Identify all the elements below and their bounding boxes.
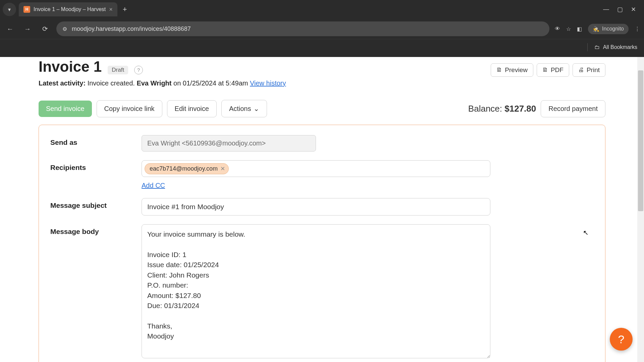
address-bar: ← → ⟳ ⚙ moodjoy.harvestapp.com/invoices/…	[0, 19, 644, 39]
incognito-badge[interactable]: 🕵 Incognito	[588, 24, 629, 34]
minimize-icon[interactable]: —	[603, 6, 609, 13]
activity-line: Latest activity: Invoice created. Eva Wr…	[39, 79, 605, 87]
activity-timestamp: on 01/25/2024 at 5:49am	[173, 79, 248, 87]
add-cc-link[interactable]: Add CC	[142, 182, 165, 189]
incognito-label: Incognito	[602, 26, 624, 32]
balance-amount: $127.80	[504, 104, 536, 114]
pdf-icon: 🗎	[542, 67, 548, 73]
reload-button[interactable]: ⟳	[39, 23, 51, 35]
recipients-input[interactable]: eac7b714@moodjoy.com ✕	[142, 160, 490, 177]
divider	[587, 43, 588, 51]
action-row: Send invoice Copy invoice link Edit invo…	[39, 100, 605, 117]
bookmarks-bar: 🗀 All Bookmarks	[0, 39, 644, 55]
recipient-email: eac7b714@moodjoy.com	[150, 165, 218, 172]
favicon-icon: H	[23, 6, 30, 13]
activity-prefix: Latest activity:	[39, 79, 86, 87]
eye-off-icon[interactable]: 👁	[555, 26, 560, 32]
close-window-icon[interactable]: ✕	[631, 6, 636, 13]
subject-input[interactable]	[142, 198, 490, 216]
incognito-icon: 🕵	[593, 26, 599, 32]
preview-label: Preview	[505, 66, 528, 74]
copy-link-button[interactable]: Copy invoice link	[97, 100, 162, 117]
send-invoice-button[interactable]: Send invoice	[39, 101, 92, 117]
pdf-label: PDF	[551, 66, 564, 74]
browser-tab[interactable]: H Invoice 1 – Moodjoy – Harvest ×	[19, 2, 117, 16]
folder-icon: 🗀	[594, 44, 600, 50]
chevron-down-icon: ▾	[8, 6, 11, 13]
forward-button[interactable]: →	[21, 23, 34, 35]
panel-icon[interactable]: ◧	[577, 26, 582, 32]
activity-user: Eva Wright	[137, 79, 171, 87]
tab-bar: ▾ H Invoice 1 – Moodjoy – Harvest × + — …	[0, 0, 644, 19]
actions-dropdown[interactable]: Actions ⌄	[221, 100, 267, 117]
page-title: Invoice 1	[39, 58, 102, 75]
browser-chrome: ▾ H Invoice 1 – Moodjoy – Harvest × + — …	[0, 0, 644, 57]
body-textarea[interactable]	[142, 224, 490, 358]
url-input[interactable]: ⚙ moodjoy.harvestapp.com/invoices/408886…	[56, 21, 549, 36]
send-invoice-form: Send as Eva Wright <56109936@moodjoy.com…	[39, 125, 605, 362]
preview-button[interactable]: 🗎 Preview	[491, 63, 533, 77]
pdf-button[interactable]: 🗎 PDF	[537, 63, 569, 77]
close-tab-icon[interactable]: ×	[109, 6, 113, 13]
tab-search-dropdown[interactable]: ▾	[3, 3, 16, 16]
recipients-label: Recipients	[50, 160, 142, 172]
page-header: Invoice 1 Draft ? 🗎 Preview 🗎 PDF 🖨 Prin…	[39, 57, 605, 77]
help-fab-button[interactable]: ?	[610, 328, 633, 351]
new-tab-button[interactable]: +	[120, 5, 130, 14]
site-settings-icon[interactable]: ⚙	[62, 26, 67, 32]
remove-recipient-icon[interactable]: ✕	[220, 165, 225, 172]
send-as-field: Eva Wright <56109936@moodjoy.com>	[142, 135, 316, 152]
record-payment-button[interactable]: Record payment	[541, 100, 605, 117]
help-icon[interactable]: ?	[134, 66, 143, 74]
activity-text: Invoice created.	[88, 79, 135, 87]
url-text: moodjoy.harvestapp.com/invoices/40888687	[72, 25, 191, 33]
send-as-label: Send as	[50, 135, 142, 146]
print-button[interactable]: 🖨 Print	[573, 63, 605, 77]
kebab-menu-icon[interactable]: ⋮	[635, 26, 640, 32]
window-controls: — ▢ ✕	[603, 6, 641, 13]
tab-title: Invoice 1 – Moodjoy – Harvest	[34, 6, 106, 12]
maximize-icon[interactable]: ▢	[617, 6, 623, 13]
view-history-link[interactable]: View history	[250, 79, 286, 87]
recipient-chip: eac7b714@moodjoy.com ✕	[145, 163, 229, 174]
scrollbar-thumb[interactable]	[638, 70, 643, 211]
actions-label: Actions	[229, 105, 251, 113]
star-icon[interactable]: ☆	[566, 26, 571, 32]
chevron-down-icon: ⌄	[254, 105, 259, 113]
edit-invoice-button[interactable]: Edit invoice	[167, 100, 217, 117]
back-button[interactable]: ←	[4, 23, 16, 35]
subject-label: Message subject	[50, 198, 142, 209]
status-badge: Draft	[108, 66, 128, 74]
body-label: Message body	[50, 224, 142, 236]
balance-label: Balance:	[468, 104, 502, 114]
all-bookmarks-link[interactable]: All Bookmarks	[603, 44, 637, 50]
page-viewport: Invoice 1 Draft ? 🗎 Preview 🗎 PDF 🖨 Prin…	[0, 57, 644, 362]
balance-display: Balance: $127.80	[468, 104, 536, 114]
preview-icon: 🗎	[496, 67, 502, 73]
print-icon: 🖨	[578, 67, 584, 73]
scrollbar-track[interactable]	[637, 57, 644, 362]
print-label: Print	[587, 66, 600, 74]
